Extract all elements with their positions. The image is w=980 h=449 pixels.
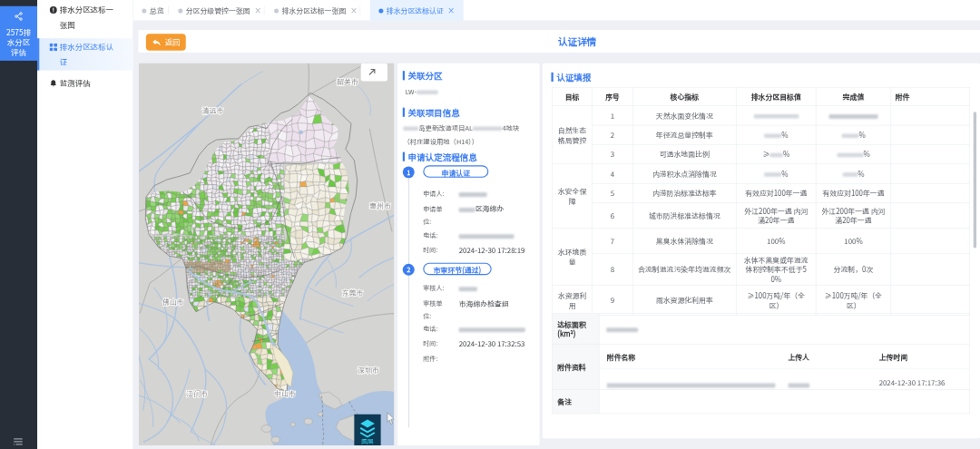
svg-text:中山市: 中山市	[274, 388, 296, 398]
svg-text:图层: 图层	[361, 436, 374, 445]
svg-text:深圳市: 深圳市	[358, 365, 379, 375]
svg-text:佛山市: 佛山市	[162, 297, 184, 307]
svg-text:江门市: 江门市	[186, 388, 208, 398]
svg-text:惠州市: 惠州市	[369, 200, 391, 210]
svg-text:韶关市: 韶关市	[337, 76, 358, 86]
svg-text:东莞市: 东莞市	[342, 288, 364, 298]
svg-text:清远市: 清远市	[202, 105, 224, 115]
